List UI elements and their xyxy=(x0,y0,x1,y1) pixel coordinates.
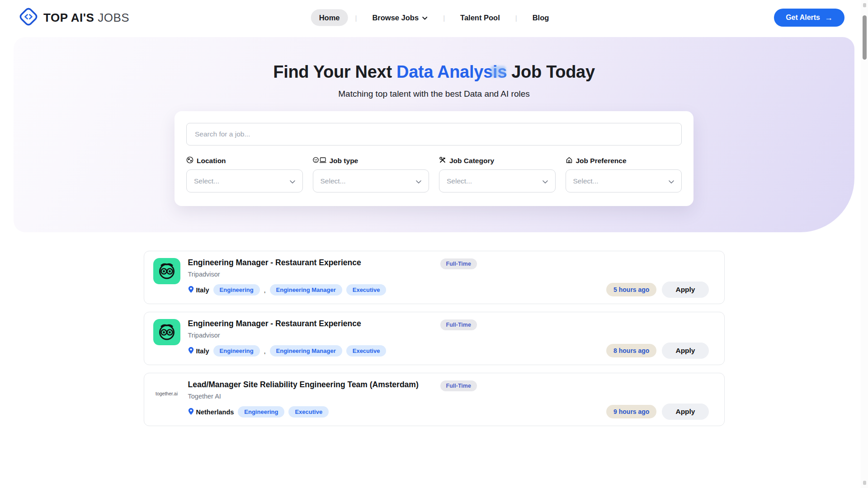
scroll-up-icon[interactable] xyxy=(863,3,866,7)
nav-item-home[interactable]: Home xyxy=(311,9,348,26)
tools-icon xyxy=(439,156,446,165)
hero-section: Find Your Next Data Analysis Job Today M… xyxy=(14,37,854,232)
filters-row: Location Select... Job type xyxy=(186,156,682,192)
nav-separator: | xyxy=(443,14,445,22)
job-tag: Engineering Manager xyxy=(270,345,342,357)
location-select[interactable]: Select... xyxy=(186,169,303,192)
job-type-select[interactable]: Select... xyxy=(313,169,429,192)
job-location: Italy xyxy=(188,347,209,356)
filter-location-label: Location xyxy=(186,156,303,165)
nav-item-blog[interactable]: Blog xyxy=(524,9,557,26)
company-logo xyxy=(153,258,180,285)
hero-highlight: Data Analysis xyxy=(396,62,507,82)
job-tag: Engineering xyxy=(213,284,260,296)
job-type-badge: Full-Time xyxy=(440,258,477,269)
search-input[interactable] xyxy=(186,123,682,145)
job-meta: Italy Engineering,Engineering ManagerExe… xyxy=(188,284,387,296)
job-card[interactable]: Engineering Manager - Restaurant Experie… xyxy=(144,251,725,304)
job-category-select[interactable]: Select... xyxy=(439,169,556,192)
brand-name-light: JOBS xyxy=(98,11,129,24)
job-title[interactable]: Engineering Manager - Restaurant Experie… xyxy=(188,258,387,267)
nav-item-talent-pool[interactable]: Talent Pool xyxy=(452,9,508,26)
job-location: Netherlands xyxy=(188,408,234,417)
job-meta: Netherlands EngineeringExecutive xyxy=(188,406,419,418)
hero-subtitle: Matching top talent with the best Data a… xyxy=(14,89,854,99)
company-logo xyxy=(153,319,180,346)
house-icon xyxy=(566,156,573,165)
together-ai-logo: together.ai xyxy=(156,391,178,396)
apply-button[interactable]: Apply xyxy=(662,282,708,298)
map-pin-icon xyxy=(188,286,194,295)
posted-badge: 8 hours ago xyxy=(606,344,656,357)
typing-caret xyxy=(491,66,506,77)
job-tags: Engineering,Engineering ManagerExecutive xyxy=(213,284,387,296)
page-title: Find Your Next Data Analysis Job Today xyxy=(14,62,854,82)
job-company: Together AI xyxy=(188,393,419,400)
job-info: Engineering Manager - Restaurant Experie… xyxy=(188,258,387,296)
job-card[interactable]: together.ai Lead/Manager Site Reliabilit… xyxy=(144,373,725,426)
chevron-down-icon xyxy=(542,177,548,185)
company-logo: together.ai xyxy=(153,380,180,407)
job-actions: 8 hours ago Apply xyxy=(606,343,708,359)
scrollbar-track[interactable] xyxy=(861,0,868,488)
job-location-text: Netherlands xyxy=(196,408,234,416)
apply-button[interactable]: Apply xyxy=(662,404,708,420)
job-card[interactable]: Engineering Manager - Restaurant Experie… xyxy=(144,312,725,365)
get-alerts-button[interactable]: Get Alerts → xyxy=(774,9,844,27)
job-title[interactable]: Lead/Manager Site Reliability Engineerin… xyxy=(188,380,419,389)
get-alerts-label: Get Alerts xyxy=(786,14,820,22)
site-header: TOP AI'SJOBS Home|Browse Jobs|Talent Poo… xyxy=(0,0,868,35)
job-type-badge: Full-Time xyxy=(440,380,477,391)
job-info: Engineering Manager - Restaurant Experie… xyxy=(188,319,387,357)
technologist-icon xyxy=(313,156,326,165)
filter-job-type-label: Job type xyxy=(313,156,429,165)
job-actions: 9 hours ago Apply xyxy=(606,404,708,420)
apply-button[interactable]: Apply xyxy=(662,343,708,359)
brand-name: TOP AI'SJOBS xyxy=(43,11,129,25)
brand-logo[interactable]: TOP AI'SJOBS xyxy=(18,6,129,29)
job-actions: 5 hours ago Apply xyxy=(606,282,708,298)
filter-job-category-label: Job Category xyxy=(439,156,556,165)
job-title[interactable]: Engineering Manager - Restaurant Experie… xyxy=(188,319,387,328)
job-company: Tripadvisor xyxy=(188,271,387,278)
scrollbar-thumb[interactable] xyxy=(863,15,867,60)
filter-job-preference: Job Preference Select... xyxy=(566,156,682,192)
job-type-badge: Full-Time xyxy=(440,319,477,330)
title-prefix: Find Your Next xyxy=(273,62,396,81)
filter-job-preference-label: Job Preference xyxy=(566,156,682,165)
job-meta: Italy Engineering,Engineering ManagerExe… xyxy=(188,345,387,357)
chevron-down-icon xyxy=(416,177,421,185)
tag-separator: , xyxy=(264,347,266,355)
map-pin-icon xyxy=(188,408,194,417)
job-tags: EngineeringExecutive xyxy=(238,406,329,418)
job-tags: Engineering,Engineering ManagerExecutive xyxy=(213,345,387,357)
tripadvisor-logo xyxy=(153,258,180,285)
filter-job-type: Job type Select... xyxy=(313,156,429,192)
job-info: Lead/Manager Site Reliability Engineerin… xyxy=(188,380,419,418)
job-location-text: Italy xyxy=(196,347,209,355)
diamond-code-icon xyxy=(18,6,39,29)
tag-separator: , xyxy=(264,286,266,294)
brand-name-bold: TOP AI'S xyxy=(43,11,94,24)
scroll-down-icon[interactable] xyxy=(863,481,866,485)
job-tag: Engineering xyxy=(213,345,260,357)
search-panel: Location Select... Job type xyxy=(175,111,693,206)
filter-job-category: Job Category Select... xyxy=(439,156,556,192)
job-company: Tripadvisor xyxy=(188,332,387,339)
job-tag: Executive xyxy=(346,345,387,357)
job-tag: Engineering Manager xyxy=(270,284,342,296)
posted-badge: 5 hours ago xyxy=(606,283,656,296)
filter-location: Location Select... xyxy=(186,156,303,192)
job-preference-select[interactable]: Select... xyxy=(566,169,682,192)
posted-badge: 9 hours ago xyxy=(606,405,656,418)
chevron-down-icon xyxy=(290,177,295,185)
job-location-text: Italy xyxy=(196,286,209,294)
job-tag: Executive xyxy=(288,406,329,418)
job-location: Italy xyxy=(188,286,209,295)
job-tag: Engineering xyxy=(238,406,284,418)
chevron-down-icon xyxy=(422,14,428,22)
main-nav: Home|Browse Jobs|Talent Pool|Blog xyxy=(311,9,557,26)
arrow-right-icon: → xyxy=(825,14,833,22)
nav-item-browse-jobs[interactable]: Browse Jobs xyxy=(364,9,436,26)
page: TOP AI'SJOBS Home|Browse Jobs|Talent Poo… xyxy=(0,0,868,488)
